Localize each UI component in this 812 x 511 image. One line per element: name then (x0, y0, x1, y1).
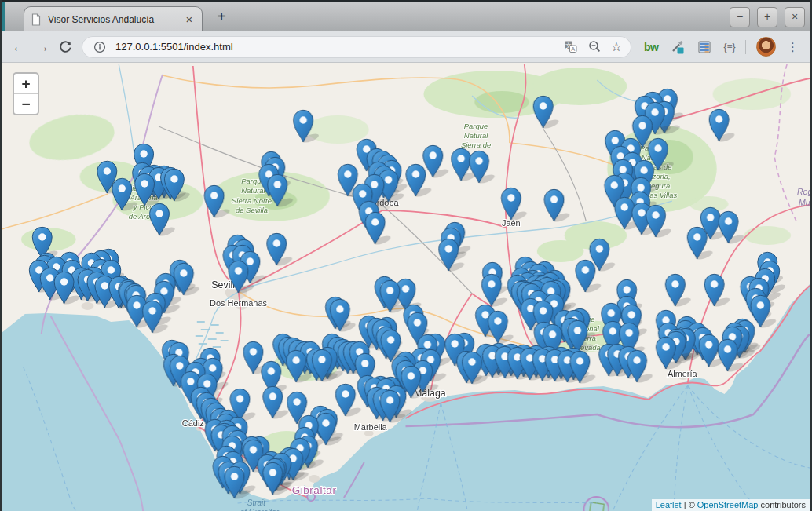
map-label: of Gibraltar (240, 508, 280, 511)
minimize-button[interactable]: − (730, 7, 750, 27)
map-label: Sierra de (461, 141, 491, 149)
browser-toolbar: ← → 127.0.0.1:5501/index.html 文A ☆ bw (2, 31, 810, 63)
map-label: Parque (464, 122, 488, 130)
map-label: Murcia (799, 199, 810, 207)
table-extension-icon[interactable] (696, 38, 713, 56)
reload-button[interactable] (57, 38, 74, 56)
zoom-out-button[interactable]: − (14, 93, 38, 114)
map-label: Strait (247, 498, 266, 507)
browser-menu-icon[interactable]: ⋮ (786, 40, 799, 54)
back-button[interactable]: ← (9, 38, 28, 57)
json-extension-icon[interactable]: {≡} (723, 42, 735, 53)
map-label: Sierra Norte (232, 196, 272, 205)
window-close-button[interactable]: × (785, 7, 805, 27)
map-label: Natural (464, 131, 488, 140)
tab-title: Visor Servicios Andalucía (48, 14, 177, 25)
leaflet-map[interactable]: CórdobaJaénSevillaDos HermanasCádizMarbe… (2, 63, 810, 511)
forward-button[interactable]: → (33, 38, 52, 57)
tab-strip: Visor Servicios Andalucía × + − + × (2, 0, 810, 31)
svg-text:A: A (571, 46, 575, 53)
browser-tab[interactable]: Visor Servicios Andalucía × (24, 6, 203, 31)
map-label: Dos Hermanas (210, 298, 267, 308)
bookmark-star-icon[interactable]: ☆ (611, 39, 622, 54)
site-info-icon[interactable] (91, 38, 108, 56)
osm-link[interactable]: OpenStreetMap (697, 500, 759, 509)
map-canvas[interactable]: CórdobaJaénSevillaDos HermanasCádizMarbe… (2, 63, 810, 511)
maximize-button[interactable]: + (757, 7, 777, 27)
window-controls: − + × (730, 7, 805, 27)
map-label: Marbella (354, 422, 388, 432)
map-label: de Sevilla (236, 206, 268, 214)
favicon-document-icon (31, 13, 42, 26)
zoom-in-button[interactable]: + (14, 74, 38, 93)
address-bar[interactable]: 127.0.0.1:5501/index.html 文A ☆ (82, 36, 631, 58)
toolbar-divider (745, 40, 746, 54)
extensions-area: bw {≡} ⋮ (644, 37, 799, 57)
map-zoom-control: + − (13, 72, 39, 115)
zoom-out-page-icon[interactable] (587, 38, 604, 56)
map-label: Almería (668, 369, 698, 378)
bw-extension-icon[interactable]: bw (644, 41, 658, 53)
new-tab-button[interactable]: + (212, 8, 231, 26)
tab-close-icon[interactable]: × (183, 13, 196, 26)
eyedropper-extension-icon[interactable] (668, 38, 686, 56)
window-edge-accent (2, 2, 5, 31)
map-label: Región (797, 188, 810, 196)
attribution-suffix: contributors (758, 500, 806, 509)
map-label: Gibraltar (292, 484, 337, 496)
map-label: Natural (241, 186, 265, 195)
browser-window: Visor Servicios Andalucía × + − + × ← → … (0, 0, 812, 511)
leaflet-link[interactable]: Leaflet (656, 500, 682, 509)
translate-icon[interactable]: 文A (562, 38, 580, 56)
attribution-divider: | © (682, 500, 697, 509)
map-attribution: Leaflet | © OpenStreetMap contributors (652, 499, 810, 511)
profile-avatar[interactable] (756, 37, 776, 57)
url-text[interactable]: 127.0.0.1:5501/index.html (115, 41, 555, 53)
